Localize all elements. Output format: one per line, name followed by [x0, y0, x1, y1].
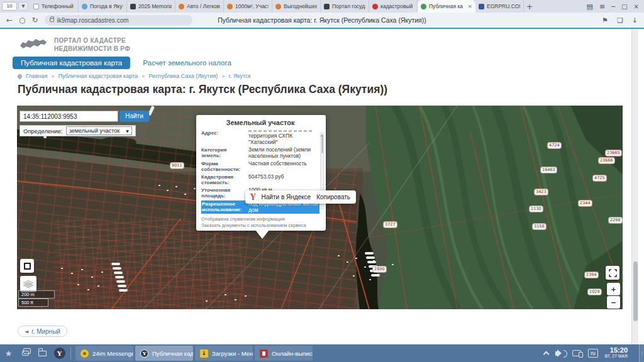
fullscreen-button[interactable]: [606, 266, 619, 280]
sidebar-panel-icon[interactable]: ▤: [587, 3, 593, 11]
show-desktop-button[interactable]: [639, 344, 644, 362]
protect-icon[interactable]: ○: [19, 16, 25, 25]
tray-expand-icon[interactable]: [543, 351, 550, 358]
parcel-outline-toggle-button[interactable]: [20, 259, 34, 273]
scale-metric: 200 m: [18, 290, 55, 299]
scale-imperial: 500 ft: [18, 299, 48, 307]
nav-public-map[interactable]: Публичная кадастровая карта: [13, 57, 130, 69]
parcel-label[interactable]: 4725: [592, 175, 607, 182]
cadastral-map[interactable]: 9011 3727 2890 4724 23665 23666 16463 47…: [17, 106, 623, 309]
chevron-down-icon: ▼: [126, 129, 129, 133]
app-launcher-button[interactable]: ★: [0, 345, 17, 361]
task-online-statement[interactable]: Онлайн-выписк...: [255, 346, 313, 361]
display-network-icon[interactable]: [572, 350, 581, 356]
parcel-label[interactable]: 3158: [532, 223, 547, 230]
search-button[interactable]: Найти: [119, 111, 149, 122]
parcel-label[interactable]: 23666: [598, 157, 615, 164]
parcel-label[interactable]: 2344: [578, 200, 592, 207]
tab-deals[interactable]: Выгоднейшее: [272, 0, 321, 13]
tab-counter[interactable]: 10: [2, 2, 17, 11]
parcel-label[interactable]: 23665: [605, 150, 622, 156]
nav-land-tax[interactable]: Расчет земельного налога: [143, 59, 231, 67]
breadcrumb-map[interactable]: Публичная кадастровая карта: [58, 73, 138, 79]
collections-icon[interactable]: ❏: [617, 16, 623, 25]
tab-egrpru[interactable]: EGRPRU.COM - К: [475, 0, 524, 13]
parcel-label[interactable]: 2298: [608, 217, 623, 224]
selection-context-menu: Y Найти в Яндексе Копировать ⋮: [245, 190, 356, 204]
messenger-icon: [80, 349, 89, 358]
page-scrollbar[interactable]: [631, 29, 638, 344]
task-downloads-manager[interactable]: ↓Загрузки - Мене...: [195, 346, 253, 361]
clock-date: ВТ, 27 МАЯ: [605, 353, 628, 359]
parcel-label[interactable]: 2394: [584, 272, 599, 278]
tab-phone-directory[interactable]: Телефонный спр: [30, 0, 79, 13]
parcel-label[interactable]: 2890: [372, 266, 387, 273]
tab-gov-portal[interactable]: Портал государ: [321, 0, 369, 13]
address-bar: ← ○ ↻ ik9map.roscadastres.com Публичная …: [0, 13, 644, 29]
window-close-button[interactable]: ×: [634, 3, 639, 10]
site-logo[interactable]: ПОРТАЛ О КАДАСТРЕ НЕДВИЖИМОСТИ В РФ: [19, 36, 130, 53]
parcel-label[interactable]: 1029: [587, 288, 602, 295]
parcel-label[interactable]: 2130: [529, 206, 543, 212]
popup-field-category: Категория земель: Земли поселений (земли…: [201, 147, 319, 159]
clock-time: 15:20: [605, 347, 628, 353]
breadcrumb-home[interactable]: Главная: [26, 73, 47, 79]
url-text: ik9map.roscadastres.com: [57, 17, 129, 24]
parcel-label[interactable]: 3727: [383, 221, 397, 228]
back-icon[interactable]: ←: [6, 16, 13, 25]
find-in-yandex-button[interactable]: Найти в Яндексе: [262, 194, 311, 200]
menu-icon[interactable]: ≡: [599, 3, 605, 11]
file-manager-button[interactable]: [34, 345, 51, 361]
object-type-select[interactable]: земельный участок ▼: [66, 126, 132, 135]
filter-label: Определение:: [23, 128, 63, 134]
tab-public-cadastral-map-active[interactable]: Публичная ка×: [418, 0, 475, 13]
taskbar: ★ Y 24im Messenger YПубличная када... ↓З…: [0, 344, 644, 362]
yandex-browser-icon: Y: [140, 349, 148, 358]
tab-memorial[interactable]: 2025 Memorial D: [127, 0, 175, 13]
page-scrollbar-thumb[interactable]: [633, 261, 638, 321]
browser-tab-bar: 10 ▼ Телефонный спр Погода в Якутск 2025…: [0, 0, 644, 13]
volume-icon[interactable]: [555, 351, 558, 356]
close-tab-icon[interactable]: ×: [467, 3, 472, 9]
tab-weather[interactable]: Погода в Якутск: [79, 0, 127, 13]
yandex-icon: Y: [250, 193, 256, 202]
bookmark-icon[interactable]: ⚑: [602, 16, 608, 25]
site-favicon: [130, 4, 136, 9]
popup-title: Земельный участок: [201, 119, 319, 126]
language-indicator[interactable]: ru: [588, 349, 598, 358]
tab-auto[interactable]: Авто / Легковые: [175, 0, 224, 13]
weather-favicon: [82, 4, 87, 9]
window-switcher-button[interactable]: [17, 345, 34, 361]
downloads-icon[interactable]: ↓: [632, 16, 638, 25]
task-public-cadastral-map[interactable]: YПубличная када...: [135, 346, 193, 361]
window-minimize-button[interactable]: ─: [611, 3, 615, 10]
location-pin-icon: [17, 73, 23, 79]
copy-button[interactable]: Копировать: [316, 194, 350, 200]
parcel-label[interactable]: 16463: [540, 167, 557, 173]
breadcrumb-city[interactable]: г. Якутск: [229, 73, 251, 79]
yandex-icon: Y: [54, 348, 65, 359]
document-icon: [260, 349, 268, 358]
window-maximize-button[interactable]: □: [621, 3, 627, 10]
popup-scrollbar-thumb[interactable]: [321, 137, 324, 153]
url-field[interactable]: ik9map.roscadastres.com: [45, 15, 192, 25]
yandex-launcher-button[interactable]: Y: [51, 345, 68, 361]
more-options-icon[interactable]: ⋮: [356, 194, 362, 200]
new-tab-button[interactable]: +: [524, 1, 535, 13]
task-24im-messenger[interactable]: 24im Messenger: [75, 346, 133, 361]
clock[interactable]: 15:20 ВТ, 27 МАЯ: [605, 347, 628, 359]
tab-cadastre-number[interactable]: кадастровый но: [369, 0, 418, 13]
cadastre-search-input[interactable]: [19, 111, 118, 122]
breadcrumb-region[interactable]: Республика Саха (Якутия): [149, 73, 218, 79]
reload-icon[interactable]: ↻: [32, 16, 38, 25]
tab-list-chevron-icon[interactable]: ▼: [18, 2, 28, 11]
site-favicon: [275, 4, 281, 9]
chevron-left-icon: ◄: [25, 329, 28, 334]
parcel-label[interactable]: 4724: [547, 142, 562, 149]
prev-city-button[interactable]: ◄ г. Мирный: [18, 326, 67, 337]
parcel-label[interactable]: 3423: [534, 189, 548, 195]
tab-parcel-listing[interactable]: 1000м², Участок: [224, 0, 272, 13]
zoom-out-button[interactable]: −: [607, 296, 620, 309]
parcel-label[interactable]: 9011: [170, 162, 184, 169]
zoom-in-button[interactable]: +: [607, 283, 620, 295]
